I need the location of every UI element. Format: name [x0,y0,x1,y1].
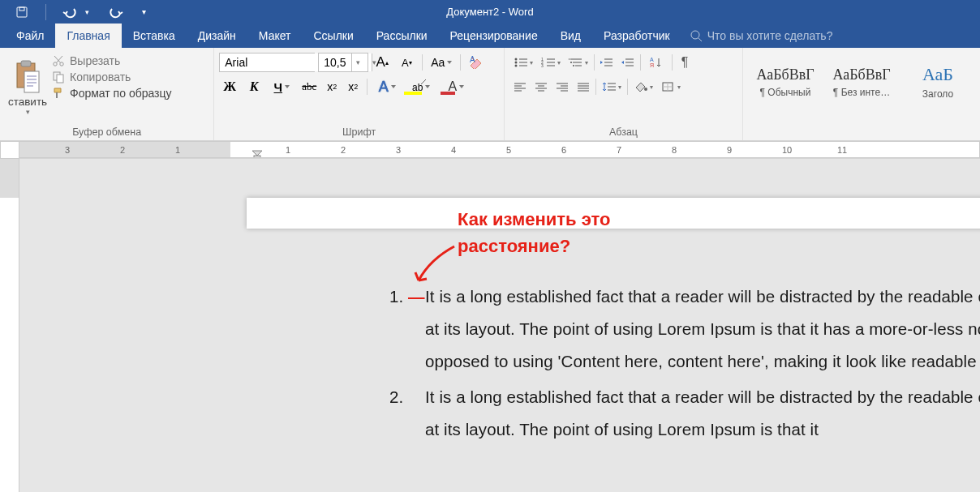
tab-home[interactable]: Главная [55,24,121,48]
tab-view[interactable]: Вид [549,24,592,48]
title-bar: ▾ ▾ Документ2 - Word [0,0,980,24]
list-item[interactable]: 1. — It is a long established fact that … [389,280,980,378]
tab-insert[interactable]: Вставка [122,24,187,48]
align-center-icon [535,81,548,92]
qat-separator [45,4,46,20]
show-marks-button[interactable]: ¶ [674,53,695,72]
strikethrough-button[interactable]: abc [299,77,320,96]
increase-indent-button[interactable] [617,53,638,72]
line-spacing-icon [602,81,617,92]
font-size-combo[interactable]: ▾ [318,53,368,72]
editing-area: Как изменить это расстояние? 1. — It is … [0,159,980,492]
borders-icon [661,81,676,92]
paste-label: ставить [8,96,47,108]
group-clipboard: ставить ▾ Вырезать Копировать Формат по … [0,48,214,140]
text-effects-button[interactable]: A [372,77,402,96]
decrease-indent-button[interactable] [596,53,617,72]
style-name: Заголо [922,88,953,100]
tab-developer[interactable]: Разработчик [592,24,681,48]
style-sample: АаБбВвГ [756,66,814,83]
align-center-button[interactable] [531,77,552,96]
font-color-button[interactable]: A [441,77,471,96]
svg-rect-0 [17,7,27,17]
group-font-label: Шрифт [219,125,499,140]
clear-formatting-button[interactable]: A [466,53,487,72]
indent-icon [621,57,634,68]
sort-button[interactable]: АЯ [643,53,670,72]
svg-text:Я: Я [650,62,654,68]
quick-access-toolbar: ▾ ▾ [0,0,153,24]
tab-layout[interactable]: Макет [247,24,303,48]
numbering-button[interactable]: 123▾ [537,53,565,72]
format-painter-button[interactable]: Формат по образцу [52,87,172,100]
multilevel-list-button[interactable]: ▾ [565,53,592,72]
shrink-font-button[interactable]: A▾ [396,53,417,72]
list-text[interactable]: It is a long established fact that a rea… [425,381,980,446]
save-button[interactable] [6,0,37,24]
svg-point-13 [514,65,517,67]
font-name-combo[interactable]: ▾ [219,53,315,72]
underline-button[interactable]: Ч [268,77,295,96]
line-spacing-button[interactable]: ▾ [598,77,625,96]
list-text[interactable]: It is a long established fact that a rea… [425,280,980,378]
svg-text:3: 3 [541,63,544,68]
shading-button[interactable]: ▾ [630,77,657,96]
copy-label: Копировать [70,71,131,83]
ribbon-tabs: Файл Главная Вставка Дизайн Макет Ссылки… [0,24,980,48]
undo-button[interactable]: ▾ [54,0,97,24]
font-size-dropdown[interactable]: ▾ [351,53,364,71]
list-number: 1. — [389,280,425,378]
subscript-button[interactable]: x2 [323,77,341,96]
cut-button[interactable]: Вырезать [52,54,172,67]
superscript-button[interactable]: x2 [344,77,362,96]
vertical-ruler[interactable] [0,159,19,492]
indent-marker-icon[interactable] [251,150,263,158]
tab-references[interactable]: Ссылки [302,24,364,48]
svg-point-11 [514,58,517,61]
scissors-icon [52,54,65,67]
copy-button[interactable]: Копировать [52,71,172,83]
align-left-button[interactable] [509,77,531,96]
group-paragraph: ▾ 123▾ ▾ АЯ ¶ ▾ [505,48,743,140]
annotation-text: Как изменить это расстояние? [458,206,610,259]
svg-point-18 [570,62,572,63]
brush-icon [52,87,65,100]
style-normal[interactable]: АаБбВвГ ¶ Обычный [748,53,823,111]
qat-customize[interactable]: ▾ [134,0,153,24]
grow-font-button[interactable]: A▴ [372,53,393,72]
style-no-spacing[interactable]: АаБбВвГ ¶ Без инте… [824,53,899,111]
separator [594,54,595,71]
ruler-corner[interactable] [0,141,19,159]
italic-button[interactable]: К [243,77,264,96]
bullets-button[interactable]: ▾ [509,53,537,72]
change-case-button[interactable]: Aa [428,53,455,72]
sort-icon: АЯ [650,57,663,68]
justify-button[interactable] [573,77,594,96]
bold-button[interactable]: Ж [219,77,240,96]
separator [640,54,641,71]
multilevel-icon [569,57,583,68]
tab-design[interactable]: Дизайн [187,24,247,48]
bucket-icon [634,81,648,92]
list-item[interactable]: 2. It is a long established fact that a … [389,381,980,446]
page[interactable]: Как изменить это расстояние? 1. — It is … [247,198,980,229]
borders-button[interactable]: ▾ [657,77,685,96]
align-right-button[interactable] [552,77,573,96]
style-sample: АаБбВвГ [832,66,890,83]
svg-text:А: А [650,57,654,62]
style-heading1[interactable]: АаБ Заголо [900,53,975,111]
tell-me-search[interactable]: Что вы хотите сделать? [690,24,833,48]
document-body[interactable]: 1. — It is a long established fact that … [389,280,980,449]
paste-button[interactable]: ставить ▾ [5,51,50,125]
font-size-input[interactable] [319,53,351,71]
copy-icon [52,71,65,83]
svg-point-2 [691,31,699,39]
redo-button[interactable] [100,0,131,24]
document-canvas[interactable]: Как изменить это расстояние? 1. — It is … [19,159,980,492]
tab-review[interactable]: Рецензирование [439,24,549,48]
tab-mailings[interactable]: Рассылки [365,24,439,48]
tab-file[interactable]: Файл [5,24,55,48]
pilcrow-icon: ¶ [681,55,689,70]
highlight-button[interactable]: ab [405,77,437,96]
horizontal-ruler[interactable]: 3 2 1 1 2 3 4 5 6 7 8 9 10 11 [19,141,980,158]
